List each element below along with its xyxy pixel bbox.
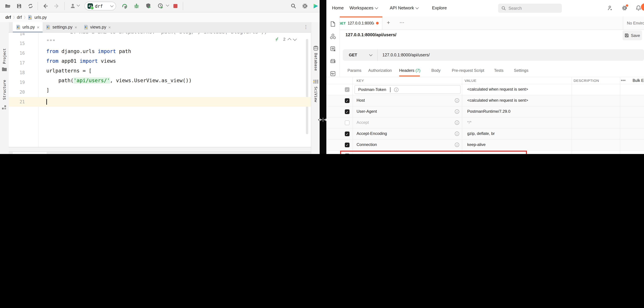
header-key[interactable]: User-Agent — [356, 109, 377, 114]
request-tab-headers[interactable]: Headers (7) — [399, 68, 420, 73]
breadcrumb-item[interactable]: drf — [17, 15, 22, 20]
header-value[interactable]: <calculated when request is sent> — [467, 98, 528, 103]
method-selector[interactable]: GET — [343, 49, 378, 61]
code-line[interactable]: 15""" — [9, 38, 311, 48]
nav-item-api-network[interactable]: API Network — [390, 5, 418, 10]
editor-splitter[interactable] — [9, 147, 311, 152]
editor-tab-settings.py[interactable]: settings.py× — [43, 22, 80, 32]
structure-icon[interactable] — [2, 105, 6, 110]
add-tab-button[interactable]: + — [387, 20, 390, 26]
editor-urls-py[interactable]: ✓✓ 2 14 2. Add a URL to urlpatterns: pat… — [9, 33, 311, 147]
header-row[interactable]: ✓Acceptapplication/json;version=v1 — [326, 151, 644, 154]
header-key[interactable]: Accept — [356, 120, 369, 125]
mock-servers-icon[interactable] — [330, 58, 336, 64]
forward-icon[interactable] — [54, 3, 60, 9]
window-divider[interactable] — [320, 0, 326, 154]
stop-icon[interactable] — [172, 3, 178, 9]
nav-item-explore[interactable]: Explore — [432, 5, 447, 10]
close-icon[interactable]: × — [37, 25, 40, 30]
header-value[interactable]: gzip, deflate, br — [467, 131, 495, 136]
header-row[interactable]: Accepti*/* — [326, 118, 644, 128]
header-row[interactable]: ✓Hosti<calculated when request is sent> — [326, 95, 644, 106]
collections-icon[interactable] — [330, 21, 336, 27]
code-line[interactable]: 21 — [9, 97, 311, 107]
editor-tab-urls.py[interactable]: urls.py× — [13, 22, 43, 32]
header-row-checkbox[interactable]: ✓ — [345, 110, 350, 114]
request-tab-params[interactable]: Params — [348, 68, 362, 73]
close-icon[interactable]: × — [74, 25, 77, 30]
header-row[interactable]: ✓Postman-Tokeni<calculated when request … — [326, 84, 644, 95]
sync-icon[interactable] — [28, 3, 34, 9]
header-row[interactable]: ✓User-AgentiPostmanRuntime/7.29.0 — [326, 106, 644, 118]
rerun-icon[interactable] — [122, 3, 128, 9]
header-value[interactable]: <calculated when request is sent> — [467, 87, 528, 92]
bell-icon[interactable] — [636, 5, 641, 11]
header-row-checkbox[interactable] — [345, 120, 350, 125]
key-input[interactable]: Postman-Tokeni — [354, 85, 460, 94]
open-folder-icon[interactable] — [5, 3, 11, 9]
close-icon[interactable]: × — [108, 25, 111, 30]
settings-gear-icon[interactable] — [302, 3, 308, 9]
project-folder-icon[interactable] — [2, 67, 7, 71]
editor-tab-views.py[interactable]: views.py× — [13, 152, 46, 154]
header-key[interactable]: Accept — [356, 153, 369, 154]
header-value[interactable]: keep-alive — [467, 142, 486, 147]
save-button[interactable]: Save — [622, 30, 642, 40]
database-icon[interactable] — [313, 46, 318, 51]
request-tab-body[interactable]: Body — [431, 68, 440, 73]
settings-gear-icon[interactable] — [622, 5, 628, 11]
chevron-down-icon[interactable] — [166, 3, 169, 6]
search-everywhere-icon[interactable] — [290, 3, 296, 9]
breadcrumb-item[interactable]: drf — [5, 15, 11, 20]
back-icon[interactable] — [42, 3, 48, 9]
sidebar-item-structure[interactable]: Structure — [2, 80, 7, 100]
request-tab-tests[interactable]: Tests — [494, 68, 504, 73]
request-tab-authorization[interactable]: Authorization — [368, 68, 392, 73]
request-tab[interactable]: GET 127.0.0.1:8000/api/user — [335, 16, 382, 30]
code-line[interactable]: 19 path('api/users/', views.UserView.as_… — [9, 78, 311, 87]
code-line[interactable]: 20] — [9, 87, 311, 97]
debug-icon[interactable] — [134, 3, 140, 9]
header-key[interactable]: Host — [356, 98, 365, 103]
header-value[interactable]: application/json;version=v1 — [467, 153, 516, 154]
header-row-checkbox[interactable]: ✓ — [345, 132, 350, 136]
bulk-edit-button[interactable]: Bulk Edit — [632, 78, 644, 82]
sciview-icon[interactable] — [313, 80, 318, 84]
search-input[interactable]: Search — [498, 4, 562, 13]
editor-tab-views.py[interactable]: views.py× — [80, 22, 114, 32]
header-key[interactable]: Connection — [356, 142, 377, 147]
nav-item-workspaces[interactable]: Workspaces — [350, 5, 378, 10]
header-key[interactable]: Accept-Encoding — [356, 131, 387, 136]
request-tab-pre-request-script[interactable]: Pre-request Script — [452, 68, 484, 73]
invite-user-icon[interactable] — [607, 5, 613, 11]
avatar[interactable] — [641, 3, 644, 11]
header-value[interactable]: PostmanRuntime/7.29.0 — [467, 109, 510, 114]
sidebar-item-project[interactable]: Project — [2, 48, 7, 64]
user-icon[interactable] — [70, 3, 76, 9]
breadcrumb-item[interactable]: urls.py — [34, 15, 47, 20]
header-row-checkbox[interactable]: ✓ — [345, 142, 350, 147]
nav-item-home[interactable]: Home — [332, 5, 344, 10]
sidebar-item-database[interactable]: Database — [314, 53, 318, 71]
tab-overflow-ellipsis-icon[interactable]: ⋯ — [400, 20, 404, 26]
environment-selector[interactable]: No Environment — [627, 21, 644, 26]
header-row-checkbox[interactable]: ✓ — [345, 98, 350, 103]
sidebar-item-sciview[interactable]: SciView — [314, 86, 318, 102]
run-with-coverage-icon[interactable] — [146, 3, 152, 9]
header-row-checkbox[interactable]: ✓ — [345, 154, 350, 154]
code-line[interactable]: 17from app01 import views — [9, 58, 311, 68]
header-row-checkbox[interactable]: ✓ — [345, 87, 350, 92]
header-row[interactable]: ✓Accept-Encodingigzip, deflate, br — [326, 128, 644, 140]
header-value[interactable]: */* — [467, 120, 472, 125]
profiler-icon[interactable] — [158, 3, 164, 9]
environments-icon[interactable] — [330, 46, 336, 52]
header-row[interactable]: ✓Connectionikeep-alive — [326, 140, 644, 151]
url-input[interactable]: 127.0.0.1:8000/api/users/ — [378, 53, 430, 57]
save-all-icon[interactable] — [16, 3, 22, 9]
code-line[interactable]: 18urlpatterns = [ — [9, 68, 311, 78]
code-line[interactable]: 14 2. Add a URL to urlpatterns: path('bl… — [9, 33, 311, 38]
code-line[interactable]: 16from django.urls import path — [9, 48, 311, 58]
run-configuration-selector[interactable]: dj drf — [84, 2, 116, 10]
request-tab-settings[interactable]: Settings — [514, 68, 528, 73]
presets-ellipsis-icon[interactable] — [621, 80, 626, 81]
